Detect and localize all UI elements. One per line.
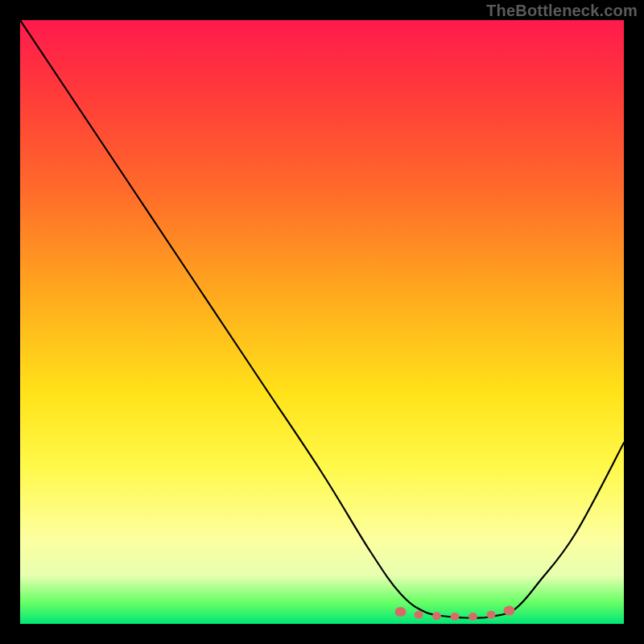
minimum-marker	[451, 613, 460, 621]
watermark-text: TheBottleneck.com	[486, 2, 638, 20]
chart-svg	[20, 20, 624, 624]
minimum-marker	[504, 606, 515, 616]
chart-plot-area	[20, 20, 624, 624]
bottleneck-curve	[20, 20, 624, 618]
minimum-markers-group	[395, 606, 515, 621]
minimum-marker	[469, 613, 477, 621]
minimum-marker	[395, 607, 407, 617]
minimum-marker	[415, 611, 423, 619]
minimum-marker	[487, 611, 496, 619]
chart-stage: TheBottleneck.com	[0, 0, 644, 644]
minimum-marker	[432, 612, 441, 620]
